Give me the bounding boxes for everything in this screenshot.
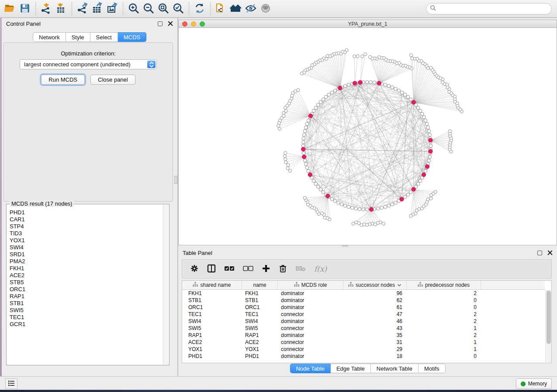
mcds-result-item[interactable]: ACE2	[10, 272, 163, 279]
cell-predecessor-nodes[interactable]: 2	[407, 332, 481, 338]
cell-MCDS-role[interactable]: connector	[278, 346, 343, 352]
mcds-result-item[interactable]: YOX1	[10, 237, 163, 244]
tab-edge-table[interactable]: Edge Table	[331, 364, 371, 373]
float-panel-icon[interactable]	[537, 251, 542, 255]
cell-predecessor-nodes[interactable]: 1	[407, 339, 481, 345]
table-row[interactable]: ACE2ACE2connector311	[182, 339, 545, 346]
cell-predecessor-nodes[interactable]: 2	[407, 311, 481, 317]
select-all-button[interactable]	[224, 265, 235, 273]
criterion-dropdown[interactable]: largest connected component (undirected)	[20, 59, 157, 69]
zoom-in-button[interactable]	[126, 1, 141, 16]
cell-shared-name[interactable]: SWI4	[182, 318, 242, 324]
cell-MCDS-role[interactable]: connector	[278, 311, 343, 317]
save-session-button[interactable]	[17, 1, 32, 16]
search-input[interactable]	[436, 4, 551, 13]
network-canvas[interactable]	[178, 28, 557, 245]
show-columns-button[interactable]	[207, 264, 216, 274]
network-window-titlebar[interactable]: YPA_prune.txt_1	[178, 20, 557, 28]
table-row[interactable]: YOX1YOX1connector291	[182, 346, 545, 353]
export-table-button[interactable]	[90, 1, 105, 16]
show-all-networks-button[interactable]	[228, 1, 243, 16]
cell-successor-nodes[interactable]: 18	[343, 353, 407, 359]
mcds-result-list[interactable]: PHD1CAR1STP4TID3YOX1SWI4SRD1PMA2FKH1ACE2…	[7, 205, 163, 364]
table-scrollbar[interactable]	[545, 290, 551, 362]
close-panel-icon[interactable]	[547, 250, 553, 255]
show-selected-button[interactable]	[258, 1, 273, 16]
cell-shared-name[interactable]: SWI5	[182, 325, 242, 331]
cell-MCDS-role[interactable]: dominator	[278, 290, 343, 296]
export-network-web-button[interactable]	[214, 1, 228, 16]
task-history-button[interactable]	[5, 378, 17, 389]
export-image-button[interactable]	[105, 1, 120, 16]
zoom-selected-button[interactable]	[171, 1, 186, 16]
cell-MCDS-role[interactable]: dominator	[278, 304, 343, 310]
mcds-result-item[interactable]: STB5	[10, 279, 163, 286]
hide-selected-button[interactable]	[243, 1, 258, 16]
cell-name[interactable]: RAP1	[242, 332, 278, 338]
column-header-successor-nodes[interactable]: successor nodes	[343, 281, 407, 289]
table-row[interactable]: SWI5SWI5connector431	[182, 325, 545, 332]
tab-select[interactable]: Select	[90, 32, 118, 42]
mcds-result-item[interactable]: STB1	[10, 300, 163, 307]
cell-MCDS-role[interactable]: dominator	[278, 332, 343, 338]
mcds-result-item[interactable]: TEC1	[10, 314, 163, 321]
mcds-result-item[interactable]: ORC1	[10, 286, 163, 293]
mcds-result-item[interactable]: SWI5	[10, 307, 163, 314]
cell-predecessor-nodes[interactable]: 0	[407, 304, 481, 310]
cell-successor-nodes[interactable]: 31	[343, 339, 407, 345]
close-panel-button[interactable]: Close panel	[90, 75, 135, 85]
cell-MCDS-role[interactable]: connector	[278, 325, 343, 331]
table-row[interactable]: STB1STB1dominator620	[182, 297, 545, 304]
cell-name[interactable]: ACE2	[242, 339, 278, 345]
cell-predecessor-nodes[interactable]: 2	[407, 290, 481, 296]
cell-name[interactable]: TEC1	[242, 311, 278, 317]
cell-successor-nodes[interactable]: 29	[343, 346, 407, 352]
mcds-result-item[interactable]: STP4	[10, 223, 163, 230]
table-row[interactable]: TEC1TEC1connector472	[182, 311, 545, 318]
refresh-view-button[interactable]	[192, 1, 207, 16]
cell-name[interactable]: YOX1	[242, 346, 278, 352]
import-network-button[interactable]	[39, 1, 54, 16]
cell-successor-nodes[interactable]: 46	[343, 318, 407, 324]
cell-name[interactable]: FKH1	[242, 290, 278, 296]
column-header-name[interactable]: name	[242, 281, 278, 289]
cell-predecessor-nodes[interactable]: 2	[407, 318, 481, 324]
cell-predecessor-nodes[interactable]: 1	[407, 346, 481, 352]
cell-MCDS-role[interactable]: dominator	[278, 353, 343, 359]
tab-mcds[interactable]: MCDS	[118, 32, 146, 42]
table-settings-button[interactable]	[190, 264, 199, 274]
mcds-result-item[interactable]: PMA2	[10, 258, 163, 265]
cell-name[interactable]: SWI4	[242, 318, 278, 324]
mcds-result-item[interactable]: GCR1	[10, 321, 163, 328]
tab-network-table[interactable]: Network Table	[371, 364, 419, 373]
cell-shared-name[interactable]: TEC1	[182, 311, 242, 317]
cell-predecessor-nodes[interactable]: 1	[407, 325, 481, 331]
memory-button[interactable]: Memory	[516, 378, 552, 389]
cell-successor-nodes[interactable]: 62	[343, 297, 407, 303]
mcds-result-item[interactable]: TID3	[10, 230, 163, 237]
zoom-fit-button[interactable]	[156, 1, 171, 16]
zoom-out-button[interactable]	[141, 1, 156, 16]
import-table-button[interactable]	[54, 1, 69, 16]
cell-successor-nodes[interactable]: 35	[343, 332, 407, 338]
tab-style[interactable]: Style	[66, 32, 90, 42]
function-builder-button[interactable]: f(x)	[314, 265, 327, 273]
tab-network[interactable]: Network	[33, 32, 66, 42]
mcds-result-item[interactable]: PHD1	[10, 209, 163, 216]
cell-MCDS-role[interactable]: dominator	[278, 318, 343, 324]
table-row[interactable]: FKH1FKH1dominator962	[182, 290, 545, 297]
cell-shared-name[interactable]: YOX1	[182, 346, 242, 352]
delete-column-button[interactable]	[279, 264, 287, 274]
cell-shared-name[interactable]: ACE2	[182, 339, 242, 345]
cell-shared-name[interactable]: RAP1	[182, 332, 242, 338]
cell-predecessor-nodes[interactable]: 0	[407, 297, 481, 303]
mcds-result-item[interactable]: SWI4	[10, 244, 163, 251]
cell-successor-nodes[interactable]: 61	[343, 304, 407, 310]
table-row[interactable]: RAP1RAP1dominator352	[182, 332, 545, 339]
export-network-button[interactable]	[75, 1, 90, 16]
cell-name[interactable]: SWI5	[242, 325, 278, 331]
float-panel-icon[interactable]	[158, 21, 163, 26]
tab-motifs[interactable]: Motifs	[419, 364, 446, 373]
delete-table-button[interactable]	[295, 265, 306, 273]
cell-shared-name[interactable]: PHD1	[182, 353, 242, 359]
